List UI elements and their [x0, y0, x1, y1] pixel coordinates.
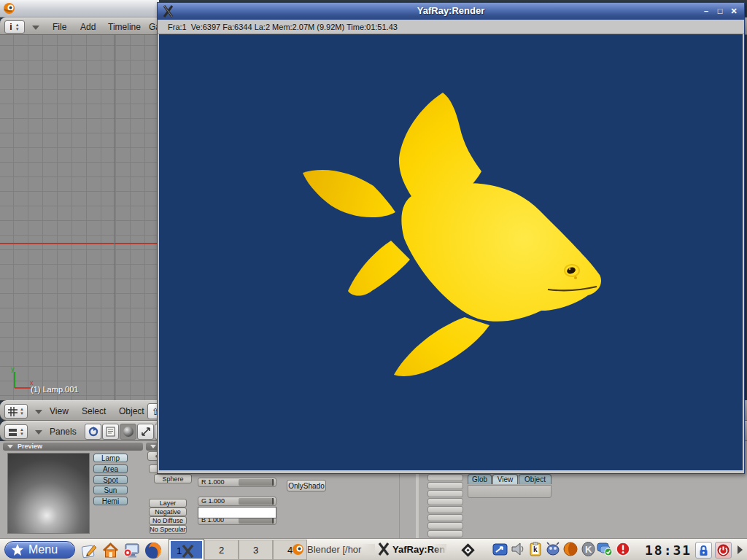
gadget-tray-icon[interactable]	[546, 542, 560, 559]
lamp-type-lamp-button[interactable]: Lamp	[93, 454, 128, 462]
pager-number: 1	[177, 541, 182, 560]
home-folder-launcher[interactable]	[101, 542, 120, 560]
desktop-pager-2[interactable]: 2	[204, 540, 239, 560]
screen-share-tray-icon[interactable]	[492, 542, 508, 559]
texture-slot-button[interactable]	[427, 506, 463, 513]
window-title: YafRay:Render	[158, 5, 744, 16]
render-result-image	[159, 34, 743, 470]
clipboard-tray-icon[interactable]: k	[529, 542, 542, 559]
home-folder-icon	[101, 542, 120, 559]
menu-add[interactable]: Add	[80, 18, 96, 36]
blender-titlebar[interactable]	[0, 0, 159, 18]
blender-task-label[interactable]: Blender [/hor	[307, 544, 375, 555]
red-slider-label: R 1.000	[201, 478, 225, 486]
menu-object[interactable]: Object	[119, 402, 144, 420]
preview-panel: Preview Lamp Area Spot Sun Hemi	[1, 441, 144, 538]
taskbar-clock[interactable]: 18:31	[645, 542, 690, 558]
yafray-task-button[interactable]	[377, 542, 390, 559]
texture-slot-button[interactable]	[427, 474, 463, 481]
green-slider[interactable]: G 1.000	[198, 497, 276, 506]
yafray-titlebar[interactable]: YafRay:Render – □ ✕	[158, 3, 744, 20]
lamp-type-hemi-button[interactable]: Hemi	[93, 497, 128, 505]
alert-tray-icon[interactable]	[616, 542, 630, 559]
collapse-menus-icon[interactable]	[35, 410, 42, 414]
maximize-button[interactable]: □	[714, 6, 726, 17]
slider-bar[interactable]	[239, 479, 274, 486]
script-context-button[interactable]	[102, 424, 119, 440]
window-type-button[interactable]: i ▲▼	[4, 20, 25, 34]
desktop-pager-1[interactable]: 1	[169, 540, 204, 560]
viewport-3d[interactable]: y x (1) Lamp.001	[0, 35, 159, 400]
texture-slot-button[interactable]	[427, 514, 463, 521]
logout-button[interactable]	[715, 542, 732, 559]
texture-slot-button[interactable]	[427, 490, 463, 497]
only-shadow-toggle-button[interactable]: OnlyShado	[287, 480, 326, 491]
lamp-type-spot-button[interactable]: Spot	[93, 475, 128, 484]
collapse-menus-icon[interactable]	[32, 26, 39, 30]
desktop-pager-3[interactable]: 3	[239, 540, 273, 560]
volume-tray-icon[interactable]	[511, 542, 525, 559]
major-grid-line	[114, 35, 115, 400]
firefox-icon	[144, 541, 163, 560]
fish-render	[159, 34, 743, 470]
lock-icon	[698, 545, 709, 556]
lamp-type-area-button[interactable]: Area	[93, 464, 128, 473]
logic-context-button[interactable]	[85, 424, 101, 440]
note-editor-launcher[interactable]	[80, 542, 98, 560]
panels-menu[interactable]: Panels	[50, 423, 77, 440]
stepper-icon: ▲▼	[20, 427, 24, 436]
texture-slot-button[interactable]	[427, 498, 463, 505]
yafray-task-label[interactable]: YafRay:Ren	[392, 544, 446, 555]
close-button[interactable]: ✕	[728, 6, 740, 17]
red-slider[interactable]: R 1.000	[198, 478, 276, 487]
x11-icon	[377, 542, 390, 556]
display-settings-launcher[interactable]	[123, 542, 141, 560]
preview-panel-header[interactable]: Preview	[3, 443, 143, 451]
blender-task-button[interactable]	[292, 543, 304, 559]
shading-context-button[interactable]	[120, 424, 136, 440]
slider-bar[interactable]	[239, 498, 274, 505]
x-axis-line	[0, 243, 159, 244]
messenger-tray-icon[interactable]	[597, 542, 613, 559]
info-icon: i	[9, 22, 12, 32]
lamp-type-sun-button[interactable]: Sun	[93, 486, 128, 494]
lamp-preview-image	[7, 453, 90, 534]
texture-slot-button[interactable]	[427, 482, 463, 489]
editor-type-button[interactable]: ▲▼	[4, 424, 28, 439]
collapse-menus-icon[interactable]	[35, 430, 42, 435]
texture-slot-button[interactable]	[427, 530, 463, 537]
editor-type-button[interactable]: ▲▼	[4, 404, 28, 419]
menu-view[interactable]: View	[50, 402, 69, 420]
lock-session-button[interactable]	[695, 542, 712, 559]
stepper-icon: ▲▼	[15, 23, 20, 31]
panel-collapse-icon	[7, 445, 13, 448]
no-diffuse-toggle-button[interactable]: No Diffuse	[149, 516, 187, 525]
blender-icon	[3, 2, 15, 15]
floppy-icon	[460, 542, 476, 559]
tab-glob[interactable]: Glob	[468, 474, 492, 484]
orange-ball-tray-icon[interactable]	[563, 542, 578, 559]
firefox-launcher[interactable]	[144, 541, 163, 560]
kde-k-tray-icon[interactable]: K	[581, 542, 595, 559]
green-slider-label: G 1.000	[201, 497, 225, 505]
panel-hide-arrow-icon[interactable]	[738, 545, 743, 554]
k-menu-button[interactable]: Menu	[4, 541, 75, 559]
minimize-button[interactable]: –	[700, 6, 712, 17]
menu-label: Menu	[28, 543, 58, 556]
menu-file[interactable]: File	[53, 18, 66, 36]
object-context-button[interactable]	[137, 424, 154, 440]
menu-timeline[interactable]: Timeline	[108, 18, 141, 36]
tab-view[interactable]: View	[492, 474, 518, 484]
render-stats-bar: Fra:1 Ve:6397 Fa:6344 La:2 Mem:2.07M (9.…	[158, 20, 744, 34]
floppy-launcher[interactable]	[460, 542, 476, 560]
texture-slot-button[interactable]	[427, 522, 463, 529]
tab-object[interactable]: Object	[519, 474, 551, 484]
desktop: i ▲▼ File Add Timeline Ga y x (1) Lamp.0…	[0, 0, 747, 560]
no-specular-toggle-button[interactable]: No Specular	[149, 525, 187, 534]
menu-select[interactable]: Select	[82, 402, 106, 420]
buttons-panel-icon	[8, 427, 18, 437]
sphere-toggle-button[interactable]: Sphere	[154, 474, 192, 483]
lamp-color-swatch[interactable]	[198, 507, 276, 518]
negative-toggle-button[interactable]: Negative	[149, 508, 187, 516]
layer-toggle-button[interactable]: Layer	[149, 499, 187, 508]
